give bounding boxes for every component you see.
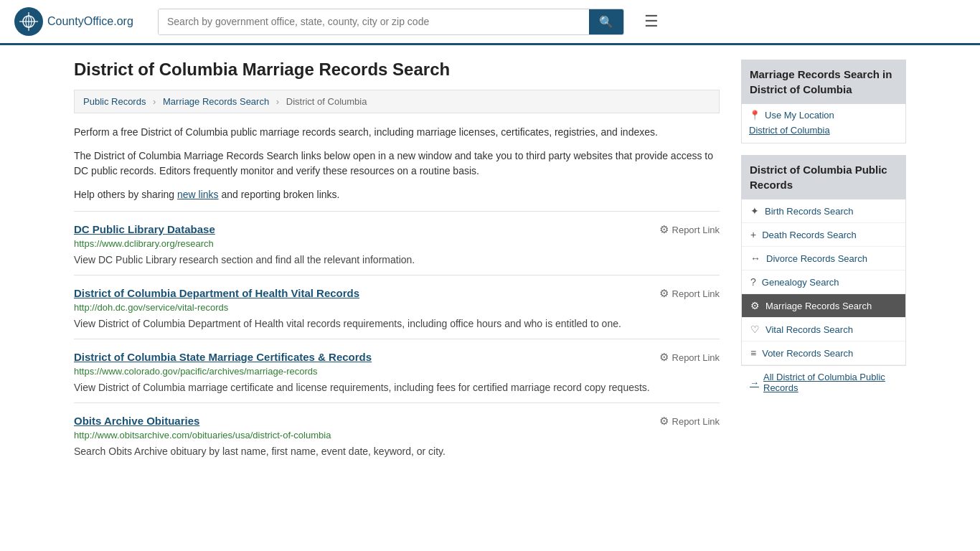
sidebar-section-public-records: District of Columbia Public Records ✦ Bi… bbox=[741, 155, 906, 399]
use-my-location[interactable]: 📍 Use My Location bbox=[749, 110, 898, 121]
sidebar-link-item[interactable]: + Death Records Search bbox=[742, 223, 905, 247]
sidebar-link-item[interactable]: ✦ Birth Records Search bbox=[742, 199, 905, 223]
menu-button[interactable]: ☰ bbox=[639, 9, 664, 34]
report-link[interactable]: ⚙ Report Link bbox=[659, 415, 720, 428]
sidebar-section1-title: Marriage Records Search in District of C… bbox=[741, 60, 906, 104]
record-header: Obits Archive Obituaries ⚙ Report Link bbox=[74, 415, 720, 428]
page-body: District of Columbia Marriage Records Se… bbox=[60, 45, 920, 481]
search-icon: 🔍 bbox=[599, 16, 613, 28]
sidebar: Marriage Records Search in District of C… bbox=[741, 60, 906, 466]
link-icon: ↔ bbox=[750, 253, 760, 264]
sidebar-section2-title: District of Columbia Public Records bbox=[741, 155, 906, 199]
sidebar-link-item[interactable]: ⚙ Marriage Records Search bbox=[742, 294, 905, 318]
sidebar-link-item[interactable]: ♡ Vital Records Search bbox=[742, 318, 905, 342]
sidebar-link-item[interactable]: ≡ Voter Records Search bbox=[742, 342, 905, 365]
breadcrumb-public-records[interactable]: Public Records bbox=[83, 96, 146, 107]
sidebar-link-label: Vital Records Search bbox=[765, 324, 853, 335]
breadcrumb: Public Records › Marriage Records Search… bbox=[74, 90, 720, 113]
record-url: http://www.obitsarchive.com/obituaries/u… bbox=[74, 430, 720, 441]
report-icon: ⚙ bbox=[659, 287, 669, 300]
search-button[interactable]: 🔍 bbox=[589, 9, 623, 34]
link-icon: ? bbox=[750, 276, 756, 288]
report-link[interactable]: ⚙ Report Link bbox=[659, 351, 720, 364]
hamburger-icon: ☰ bbox=[644, 12, 659, 30]
sidebar-section-marriage: Marriage Records Search in District of C… bbox=[741, 60, 906, 143]
sidebar-location-panel: 📍 Use My Location District of Columbia bbox=[741, 104, 906, 143]
logo-text: CountyOffice.org bbox=[47, 15, 133, 28]
report-label: Report Link bbox=[672, 225, 720, 235]
link-icon: ✦ bbox=[750, 205, 759, 217]
report-label: Report Link bbox=[672, 288, 720, 299]
link-icon: ≡ bbox=[750, 347, 756, 359]
sidebar-link-label: Birth Records Search bbox=[765, 206, 854, 217]
sidebar-link-label: Divorce Records Search bbox=[766, 253, 867, 264]
record-item: District of Columbia State Marriage Cert… bbox=[74, 339, 720, 402]
sidebar-link-item[interactable]: ? Genealogy Search bbox=[742, 270, 905, 294]
search-bar: 🔍 bbox=[158, 9, 624, 35]
record-description: View District of Columbia Department of … bbox=[74, 316, 720, 331]
record-header: District of Columbia Department of Healt… bbox=[74, 287, 720, 300]
page-title: District of Columbia Marriage Records Se… bbox=[74, 60, 720, 80]
sidebar-links-list: ✦ Birth Records Search + Death Records S… bbox=[741, 199, 906, 366]
site-header: CountyOffice.org 🔍 ☰ bbox=[0, 0, 980, 45]
record-description: Search Obits Archive obituary by last na… bbox=[74, 444, 720, 459]
record-url: http://doh.dc.gov/service/vital-records bbox=[74, 302, 720, 313]
report-link[interactable]: ⚙ Report Link bbox=[659, 223, 720, 236]
link-icon: ♡ bbox=[750, 324, 760, 335]
new-links-link[interactable]: new links bbox=[177, 189, 219, 200]
main-content: District of Columbia Marriage Records Se… bbox=[74, 60, 720, 466]
logo-area[interactable]: CountyOffice.org bbox=[14, 7, 143, 36]
breadcrumb-marriage-records[interactable]: Marriage Records Search bbox=[163, 96, 269, 107]
record-url: https://www.colorado.gov/pacific/archive… bbox=[74, 366, 720, 377]
report-label: Report Link bbox=[672, 416, 720, 427]
sidebar-dc-link[interactable]: District of Columbia bbox=[749, 123, 898, 137]
record-item: Obits Archive Obituaries ⚙ Report Link h… bbox=[74, 402, 720, 466]
sidebar-link-label: Genealogy Search bbox=[762, 277, 839, 288]
record-title[interactable]: DC Public Library Database bbox=[74, 223, 215, 235]
breadcrumb-sep2: › bbox=[276, 96, 279, 107]
sidebar-link-label: Marriage Records Search bbox=[765, 301, 872, 311]
record-header: DC Public Library Database ⚙ Report Link bbox=[74, 223, 720, 236]
sidebar-link-label: Death Records Search bbox=[762, 230, 857, 240]
link-icon: ⚙ bbox=[750, 300, 760, 311]
description-2: The District of Columbia Marriage Record… bbox=[74, 149, 720, 179]
logo-icon bbox=[14, 7, 43, 36]
record-description: View DC Public Library research section … bbox=[74, 253, 720, 268]
record-item: District of Columbia Department of Healt… bbox=[74, 275, 720, 339]
record-item: DC Public Library Database ⚙ Report Link… bbox=[74, 211, 720, 275]
record-title[interactable]: District of Columbia Department of Healt… bbox=[74, 287, 359, 299]
sidebar-link-label: Voter Records Search bbox=[762, 348, 853, 359]
record-header: District of Columbia State Marriage Cert… bbox=[74, 351, 720, 364]
record-url: https://www.dclibrary.org/research bbox=[74, 238, 720, 249]
report-icon: ⚙ bbox=[659, 415, 669, 428]
record-title[interactable]: District of Columbia State Marriage Cert… bbox=[74, 351, 372, 363]
breadcrumb-dc: District of Columbia bbox=[286, 96, 367, 107]
search-input[interactable] bbox=[159, 9, 589, 34]
description-3: Help others by sharing new links and rep… bbox=[74, 187, 720, 202]
link-icon: + bbox=[750, 229, 756, 240]
report-label: Report Link bbox=[672, 352, 720, 363]
record-description: View District of Columbia marriage certi… bbox=[74, 380, 720, 395]
sidebar-link-item[interactable]: ↔ Divorce Records Search bbox=[742, 247, 905, 270]
description-1: Perform a free District of Columbia publ… bbox=[74, 125, 720, 140]
report-icon: ⚙ bbox=[659, 351, 669, 364]
breadcrumb-sep1: › bbox=[153, 96, 156, 107]
report-link[interactable]: ⚙ Report Link bbox=[659, 287, 720, 300]
location-pin-icon: 📍 bbox=[749, 110, 760, 121]
records-list: DC Public Library Database ⚙ Report Link… bbox=[74, 211, 720, 466]
arrow-right-icon: → bbox=[750, 377, 759, 388]
report-icon: ⚙ bbox=[659, 223, 669, 236]
record-title[interactable]: Obits Archive Obituaries bbox=[74, 415, 199, 427]
sidebar-all-records-link[interactable]: → All District of Columbia Public Record… bbox=[741, 366, 906, 399]
